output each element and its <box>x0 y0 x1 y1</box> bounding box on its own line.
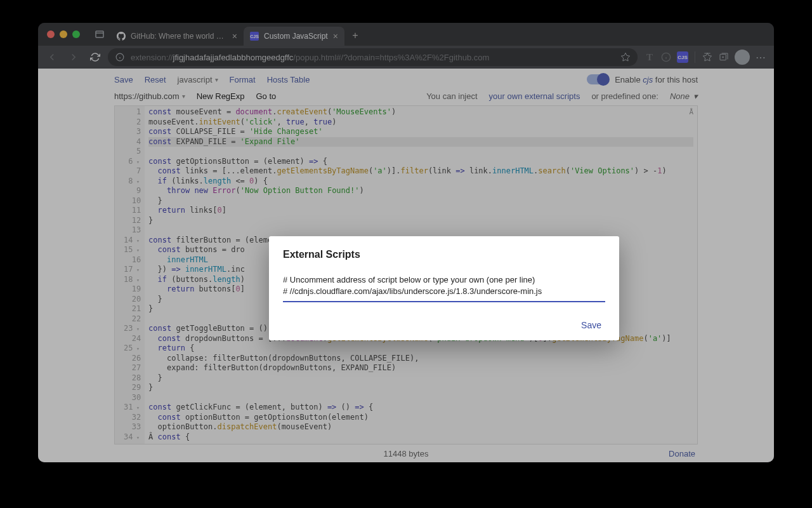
modal-save-button[interactable]: Save <box>577 318 605 333</box>
external-scripts-input[interactable] <box>283 274 605 302</box>
external-scripts-modal: External Scripts Save <box>269 236 619 340</box>
browser-window: GitHub: Where the world build… × CJS Cus… <box>38 23 774 462</box>
modal-title: External Scripts <box>283 249 605 260</box>
